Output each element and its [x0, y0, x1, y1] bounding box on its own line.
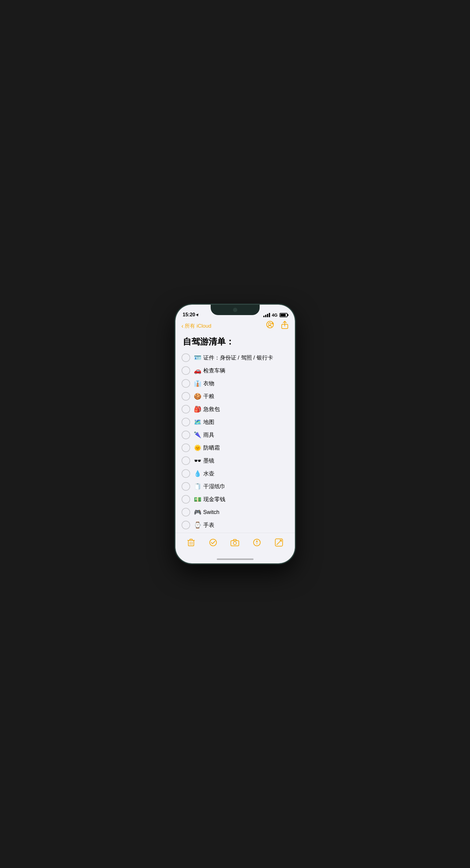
chevron-left-icon: ‹ — [181, 322, 184, 330]
battery-indicator — [279, 313, 288, 317]
item-text-4: 🍪干粮 — [194, 393, 214, 400]
checkbox-10[interactable] — [181, 469, 190, 478]
edit-button[interactable] — [272, 536, 286, 549]
item-emoji-4: 🍪 — [194, 393, 201, 400]
item-text-9: 🕶️墨镜 — [194, 457, 214, 464]
item-text-5: 🎒急救包 — [194, 405, 220, 413]
item-text-6: 🗺️地图 — [194, 418, 214, 426]
list-item[interactable]: 💵现金零钱 — [181, 493, 289, 506]
signal-bar-4 — [269, 313, 270, 317]
home-indicator — [175, 555, 295, 563]
list-item[interactable]: 🗺️地图 — [181, 415, 289, 429]
nav-bar: ‹ 所有 iCloud — [175, 319, 295, 334]
back-label: 所有 iCloud — [184, 322, 211, 330]
item-emoji-1: 🪪 — [194, 354, 201, 361]
list-item[interactable]: 🌂雨具 — [181, 429, 289, 441]
camera-button[interactable] — [228, 536, 242, 549]
list-item[interactable]: 🌞防晒霜 — [181, 441, 289, 454]
item-text-3: 👔衣物 — [194, 380, 214, 387]
edit-icon — [275, 538, 283, 547]
svg-point-13 — [233, 541, 236, 545]
checkbox-11[interactable] — [181, 482, 190, 491]
signal-bars — [263, 313, 270, 317]
svg-marker-15 — [256, 540, 258, 542]
svg-line-18 — [277, 540, 281, 545]
item-emoji-8: 🌞 — [194, 444, 201, 452]
list-item[interactable]: 🍪干粮 — [181, 390, 289, 403]
notch — [211, 305, 260, 315]
checkbox-5[interactable] — [181, 405, 190, 413]
item-emoji-7: 🌂 — [194, 431, 201, 439]
list-item[interactable]: 🧻干湿纸巾 — [181, 480, 289, 493]
checkbox-2[interactable] — [181, 366, 190, 375]
add-person-icon — [266, 320, 275, 329]
item-emoji-10: 💧 — [194, 470, 201, 477]
checkbox-13[interactable] — [181, 508, 190, 517]
network-type: 4G — [272, 313, 278, 317]
phone-screen: 15:20 4G ‹ 所 — [175, 305, 295, 563]
item-text-11: 🧻干湿纸巾 — [194, 483, 225, 490]
checkbox-3[interactable] — [181, 379, 190, 388]
checkbox-6[interactable] — [181, 418, 190, 426]
list-item[interactable]: 🎮Switch — [181, 506, 289, 519]
signal-bar-1 — [263, 316, 265, 317]
checkbox-14[interactable] — [181, 521, 190, 529]
checkbox-7[interactable] — [181, 431, 190, 439]
list-item[interactable]: 🎒急救包 — [181, 403, 289, 415]
front-camera — [233, 308, 237, 312]
item-text-2: 🚗检查车辆 — [194, 367, 225, 374]
delete-button[interactable] — [184, 536, 198, 549]
item-text-10: 💧水壶 — [194, 470, 214, 477]
item-emoji-6: 🗺️ — [194, 418, 201, 426]
checkbox-9[interactable] — [181, 456, 190, 465]
share-button[interactable] — [281, 320, 289, 331]
list-item[interactable]: 💧水壶 — [181, 467, 289, 480]
list-item[interactable]: 🪪证件：身份证 / 驾照 / 银行卡 — [181, 351, 289, 364]
compass-icon — [253, 538, 261, 547]
status-right: 4G — [263, 313, 288, 317]
item-emoji-9: 🕶️ — [194, 457, 201, 464]
item-text-7: 🌂雨具 — [194, 431, 214, 439]
item-text-1: 🪪证件：身份证 / 驾照 / 银行卡 — [194, 354, 273, 361]
checkbox-12[interactable] — [181, 495, 190, 503]
location-button[interactable] — [250, 536, 264, 549]
svg-marker-0 — [196, 313, 199, 316]
check-button[interactable] — [206, 536, 220, 549]
svg-rect-6 — [188, 540, 194, 546]
note-title: 自驾游清单： — [175, 334, 295, 349]
signal-bar-2 — [265, 315, 266, 317]
signal-bar-3 — [267, 314, 268, 317]
nav-actions — [266, 320, 289, 331]
checklist: 🪪证件：身份证 / 驾照 / 银行卡 🚗检查车辆 👔衣物 🍪干粮 🎒急救包 🗺 — [175, 349, 295, 533]
list-item[interactable]: 🚗检查车辆 — [181, 364, 289, 377]
item-emoji-2: 🚗 — [194, 367, 201, 374]
item-emoji-13: 🎮 — [194, 508, 201, 516]
item-emoji-12: 💵 — [194, 496, 201, 503]
trash-icon — [188, 538, 195, 547]
checkbox-8[interactable] — [181, 443, 190, 452]
battery-fill — [280, 314, 286, 316]
camera-icon — [231, 539, 239, 546]
svg-marker-16 — [256, 542, 258, 545]
status-time: 15:20 — [183, 312, 199, 317]
list-item[interactable]: ⌚手表 — [181, 519, 289, 531]
time-display: 15:20 — [183, 312, 195, 317]
item-emoji-14: ⌚ — [194, 521, 201, 529]
list-item[interactable]: 👔衣物 — [181, 377, 289, 390]
back-button[interactable]: ‹ 所有 iCloud — [181, 322, 211, 330]
share-icon — [281, 320, 289, 329]
checkbox-1[interactable] — [181, 353, 190, 362]
svg-point-11 — [210, 539, 216, 546]
item-text-13: 🎮Switch — [194, 508, 220, 516]
item-emoji-3: 👔 — [194, 380, 201, 387]
bottom-toolbar — [175, 533, 295, 555]
list-item[interactable]: 🕶️墨镜 — [181, 454, 289, 467]
svg-point-2 — [269, 323, 271, 325]
check-circle-icon — [209, 538, 217, 547]
add-collaborator-button[interactable] — [266, 320, 275, 331]
checkbox-4[interactable] — [181, 392, 190, 401]
phone-frame: 15:20 4G ‹ 所 — [175, 305, 295, 563]
location-icon — [196, 313, 199, 316]
home-bar — [217, 558, 254, 560]
item-text-14: ⌚手表 — [194, 521, 214, 529]
